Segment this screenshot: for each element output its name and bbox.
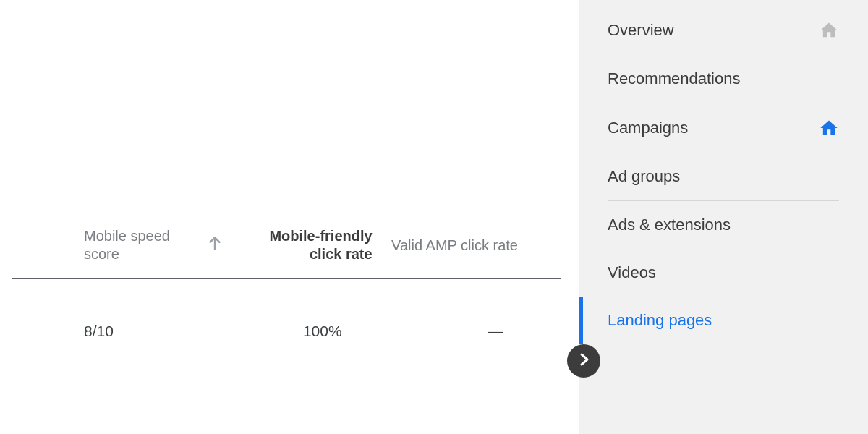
sidebar-collapse-handle[interactable] [567, 344, 600, 378]
landing-pages-table: Mobile speed score Mobile-friendly click… [12, 217, 561, 362]
sidebar-item-label: Videos [608, 263, 839, 282]
cell-mobile-friendly-click-rate: 100% [234, 278, 378, 362]
sidebar-item-label: Overview [608, 21, 819, 40]
column-header-valid-amp-click-rate[interactable]: Valid AMP click rate [378, 217, 561, 278]
home-icon [819, 118, 839, 138]
sidebar-item-ads-extensions[interactable]: Ads & extensions [579, 201, 868, 249]
sort-ascending-icon [205, 234, 224, 255]
sidebar-item-videos[interactable]: Videos [579, 249, 868, 297]
sidebar-item-label: Recommendations [608, 69, 839, 88]
cell-mobile-speed-score: 8/10 [12, 278, 195, 362]
table-row[interactable]: 8/10 100% — [12, 278, 561, 362]
table-header-row: Mobile speed score Mobile-friendly click… [12, 217, 561, 278]
sidebar-item-label: Ads & extensions [608, 216, 839, 234]
table-container: Mobile speed score Mobile-friendly click… [0, 217, 579, 362]
sidebar-item-campaigns[interactable]: Campaigns [579, 103, 868, 153]
sidebar-item-overview[interactable]: Overview [579, 6, 868, 55]
blank-area [0, 0, 579, 217]
cell-valid-amp-click-rate: — [378, 278, 561, 362]
sidebar-item-landing-pages[interactable]: Landing pages [579, 297, 868, 344]
chevron-right-icon [575, 351, 592, 371]
navigation-sidebar: Overview Recommendations Campaigns Ad gr… [579, 0, 868, 434]
sidebar-item-label: Ad groups [608, 167, 839, 186]
sidebar-item-label: Landing pages [608, 311, 839, 330]
sidebar-item-ad-groups[interactable]: Ad groups [579, 153, 868, 200]
cell-sort-spacer [195, 278, 234, 362]
column-sort-indicator[interactable] [195, 217, 234, 278]
sidebar-item-recommendations[interactable]: Recommendations [579, 55, 868, 103]
main-content: Mobile speed score Mobile-friendly click… [0, 0, 579, 434]
column-header-mobile-friendly-click-rate[interactable]: Mobile-friendly click rate [234, 217, 378, 278]
sidebar-item-label: Campaigns [608, 119, 819, 137]
home-icon [819, 20, 839, 41]
column-header-mobile-speed-score[interactable]: Mobile speed score [12, 217, 195, 278]
